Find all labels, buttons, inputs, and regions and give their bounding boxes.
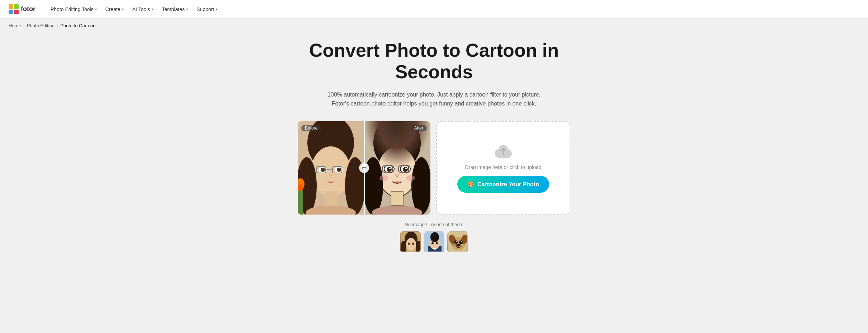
upload-drag-text: Drag image here or click to upload <box>465 164 541 170</box>
nav-links: Photo Editing Tools ▾ Create ▾ AI Tools … <box>47 4 221 14</box>
svg-point-59 <box>461 241 462 242</box>
after-portrait-svg <box>364 121 430 215</box>
before-portrait-svg <box>298 121 364 215</box>
chevron-down-icon: ▾ <box>122 7 124 11</box>
nav-ai-tools[interactable]: AI Tools ▾ <box>129 4 157 14</box>
breadcrumb-separator-2: › <box>57 23 58 28</box>
svg-point-41 <box>406 238 416 251</box>
svg-point-60 <box>456 244 461 247</box>
cartoonize-button[interactable]: 🎨 Cartoonize Your Photo <box>457 176 549 193</box>
svg-point-51 <box>436 242 438 244</box>
before-image <box>298 121 364 215</box>
svg-point-38 <box>406 175 415 181</box>
chevron-down-icon: ▾ <box>216 7 217 11</box>
cartoonize-button-label: Cartoonize Your Photo <box>477 181 539 188</box>
breadcrumb-home[interactable]: Home <box>9 23 21 28</box>
svg-point-23 <box>377 146 417 197</box>
breadcrumb-current: Photo to Cartoon <box>60 23 95 28</box>
chevron-down-icon: ▾ <box>186 7 188 11</box>
svg-rect-3 <box>14 10 19 14</box>
upload-cloud-icon <box>494 143 513 159</box>
breadcrumb: Home › Photo Editing › Photo to Cartoon <box>0 19 868 33</box>
svg-rect-0 <box>9 4 13 9</box>
nav-create[interactable]: Create ▾ <box>102 4 127 14</box>
after-image <box>364 121 430 215</box>
sample-2-image <box>424 232 444 252</box>
sample-label: No image? Try one of these: <box>405 222 463 227</box>
svg-rect-2 <box>9 10 13 14</box>
hero-title: Convert Photo to Cartoon in Seconds <box>308 40 560 83</box>
sample-images-row <box>400 231 468 252</box>
before-after-container: Before After <box>298 121 430 215</box>
before-label: Before <box>301 125 321 131</box>
svg-point-57 <box>459 240 463 244</box>
logo[interactable]: fotor <box>9 4 36 14</box>
svg-point-44 <box>408 243 410 245</box>
svg-point-45 <box>412 243 414 245</box>
nav-photo-editing-tools[interactable]: Photo Editing Tools ▾ <box>47 4 100 14</box>
svg-rect-1 <box>14 4 19 9</box>
sample-thumb-1[interactable] <box>400 231 421 252</box>
nav-templates[interactable]: Templates ▾ <box>158 4 192 14</box>
sample-thumb-3[interactable] <box>447 231 468 252</box>
navbar: fotor Photo Editing Tools ▾ Create ▾ AI … <box>0 0 868 19</box>
svg-point-33 <box>405 168 407 169</box>
svg-point-61 <box>452 243 457 246</box>
divider-handle[interactable]: ⇄ <box>359 163 369 173</box>
svg-rect-26 <box>391 191 403 206</box>
sample-section: No image? Try one of these: <box>400 222 468 252</box>
main-content: Convert Photo to Cartoon in Seconds 100%… <box>0 33 868 267</box>
fotor-logo-icon <box>9 4 19 14</box>
svg-point-58 <box>456 241 457 242</box>
svg-point-31 <box>403 167 408 172</box>
svg-point-6 <box>311 146 350 197</box>
after-label: After <box>411 125 427 131</box>
breadcrumb-parent[interactable]: Photo Editing <box>27 23 55 28</box>
breadcrumb-separator: › <box>23 23 25 28</box>
svg-point-13 <box>321 168 325 172</box>
svg-point-49 <box>430 232 439 242</box>
svg-point-50 <box>431 242 434 244</box>
chevron-down-icon: ▾ <box>151 7 153 11</box>
hero-subtitle: 100% automatically cartoonize your photo… <box>326 90 542 108</box>
svg-point-32 <box>389 168 391 169</box>
nav-support[interactable]: Support ▾ <box>193 4 221 14</box>
cartoonize-icon: 🎨 <box>467 181 475 188</box>
chevron-down-icon: ▾ <box>95 7 97 11</box>
logo-text: fotor <box>21 5 36 13</box>
svg-point-14 <box>337 168 341 172</box>
svg-rect-9 <box>325 191 337 206</box>
tool-area: Before After <box>298 121 570 215</box>
sample-thumb-2[interactable] <box>424 231 444 252</box>
sample-3-image <box>448 232 468 252</box>
svg-point-30 <box>387 167 392 172</box>
svg-point-37 <box>379 175 388 181</box>
upload-box[interactable]: Drag image here or click to upload 🎨 Car… <box>436 121 570 215</box>
sample-1-image <box>401 232 421 252</box>
